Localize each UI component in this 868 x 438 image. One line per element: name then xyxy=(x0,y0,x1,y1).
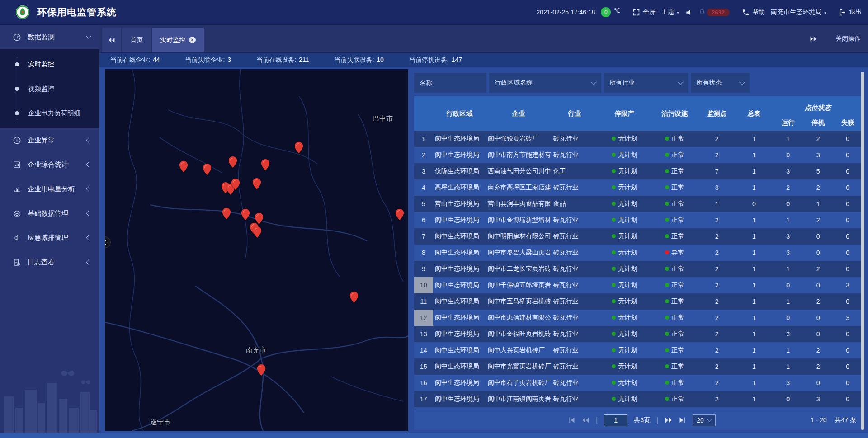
cell-industry: 砖瓦行业 xyxy=(552,310,598,326)
cell-facility-status: 正常 xyxy=(651,131,698,147)
stat-value: 10 xyxy=(377,56,384,64)
next-page-button[interactable] xyxy=(665,417,672,424)
close-operations-button[interactable]: 关闭操作 xyxy=(835,35,861,43)
table-row[interactable]: 7 阆中生态环境局 阆中明阳建材有限公司 砖瓦行业 无计划 正常 2 1 3 0… xyxy=(414,228,863,245)
tab-realtime-monitor[interactable]: 实时监控 × xyxy=(152,28,204,52)
col-region: 行政区域 xyxy=(433,96,486,131)
last-page-button[interactable] xyxy=(679,417,686,424)
cell-company: 阆中强锐页岩砖厂 xyxy=(486,131,552,147)
sidebar-menu: 数据监测 实时监控 视频监控 企业电力负荷明细 企业异常 企业综合统计 企业用电… xyxy=(0,25,99,274)
cell-run: 2 xyxy=(773,179,803,196)
sidebar-group[interactable]: 数据监测 xyxy=(0,25,99,49)
map-pin-icon[interactable] xyxy=(231,178,240,190)
status-dot-icon xyxy=(665,332,669,336)
row-index: 7 xyxy=(414,228,433,245)
speaker-icon xyxy=(685,9,693,16)
status-dot-icon xyxy=(665,348,669,352)
table-row[interactable]: 2 阆中生态环境局 阆中市南方节能建材有 砖瓦行业 无计划 正常 2 1 0 3… xyxy=(414,147,863,163)
tab-close-icon[interactable]: × xyxy=(189,37,196,43)
table-row[interactable]: 17 阆中生态环境局 阆中市江南镇阆南页岩 砖瓦行业 无计划 正常 2 1 0 … xyxy=(414,391,863,407)
table-scrollbar[interactable] xyxy=(861,72,864,430)
map-pin-icon[interactable] xyxy=(203,163,212,175)
sidebar-group[interactable]: 日志查看 xyxy=(0,250,99,274)
mute-button[interactable] xyxy=(685,9,693,16)
cell-region: 营山生态环境局 xyxy=(433,196,486,212)
table-row[interactable]: 6 阆中生态环境局 阆中市金博瑞新型墙材 砖瓦行业 无计划 正常 2 1 1 2… xyxy=(414,212,863,228)
cell-stop: 2 xyxy=(803,358,833,375)
help-button[interactable]: 帮助 xyxy=(742,8,765,16)
logout-button[interactable]: 退出 xyxy=(839,8,862,16)
table-row[interactable]: 13 阆中生态环境局 阆中市金福旺页岩机砖 砖瓦行业 无计划 正常 2 1 3 … xyxy=(414,326,863,342)
tabs-scroll-right-button[interactable] xyxy=(803,36,824,42)
table-row[interactable]: 3 仪陇生态环境局 西南油气田分公司川中 化工 无计划 正常 7 1 3 5 0 xyxy=(414,163,863,179)
cell-run: 1 xyxy=(773,261,803,277)
map-pin-icon[interactable] xyxy=(395,208,404,221)
stat-item: 当前在线设备: 211 xyxy=(256,56,309,64)
name-filter-input[interactable] xyxy=(414,73,486,93)
notifications-button[interactable]: 2632 xyxy=(698,9,730,16)
map-pin-icon[interactable] xyxy=(257,364,266,376)
sidebar-group[interactable]: 基础数据管理 xyxy=(0,201,99,226)
tab-home[interactable]: 首页 xyxy=(122,28,151,52)
sidebar-group[interactable]: 应急减排管理 xyxy=(0,226,99,250)
sidebar-group[interactable]: 企业异常 xyxy=(0,128,99,152)
status-dot-icon xyxy=(665,137,669,141)
cell-run: 1 xyxy=(773,358,803,375)
map-pin-icon[interactable] xyxy=(222,207,231,220)
row-index: 11 xyxy=(414,293,433,310)
double-chevron-left-icon xyxy=(108,37,115,43)
cell-points: 2 xyxy=(698,310,735,326)
fullscreen-button[interactable]: 全屏 xyxy=(632,8,656,16)
row-index: 1 xyxy=(414,131,433,147)
map-pin-icon[interactable] xyxy=(241,208,250,221)
row-index: 14 xyxy=(414,342,433,358)
prev-page-button[interactable] xyxy=(582,417,590,424)
sidebar-item[interactable]: 企业电力负荷明细 xyxy=(0,101,99,125)
region-filter-select[interactable]: 行政区域名称 xyxy=(489,73,601,93)
sidebar-group[interactable]: 企业用电量分析 xyxy=(0,177,99,201)
map-pin-icon[interactable] xyxy=(179,160,188,173)
sidebar-item[interactable]: 视频监控 xyxy=(0,76,99,101)
table-row[interactable]: 12 阆中生态环境局 阆中市忠信建材有限公 砖瓦行业 无计划 正常 2 1 0 … xyxy=(414,310,863,326)
map-pin-icon[interactable] xyxy=(294,141,303,154)
industry-filter-select[interactable]: 所有行业 xyxy=(604,73,688,93)
cell-meters: 1 xyxy=(735,310,773,326)
sidebar-item[interactable]: 实时监控 xyxy=(0,52,99,76)
map-pin-icon[interactable] xyxy=(228,156,237,168)
status-filter-select[interactable]: 所有状态 xyxy=(691,73,750,93)
page-number-input[interactable] xyxy=(604,414,627,426)
status-dot-icon xyxy=(665,218,669,222)
tabs-scroll-left-button[interactable] xyxy=(102,28,121,52)
org-menu[interactable]: 南充市生态环境局▾ xyxy=(771,8,826,16)
cell-meters: 1 xyxy=(735,277,773,293)
table-row[interactable]: 4 高坪生态环境局 南充市高坪区王家店建 砖瓦行业 无计划 正常 3 1 2 2… xyxy=(414,179,863,196)
sidebar-group[interactable]: 企业综合统计 xyxy=(0,152,99,177)
table-row[interactable]: 9 阆中生态环境局 阆中市二龙长宝页岩砖 砖瓦行业 无计划 正常 2 1 1 2… xyxy=(414,261,863,277)
cell-industry: 砖瓦行业 xyxy=(552,261,598,277)
table-row[interactable]: 14 阆中生态环境局 阆中大兴页岩机砖厂 砖瓦行业 无计划 正常 2 1 1 2… xyxy=(414,342,863,358)
cell-stop: 0 xyxy=(803,277,833,293)
status-dot-icon xyxy=(612,332,616,336)
status-dot-icon xyxy=(612,299,616,303)
cell-industry: 砖瓦行业 xyxy=(552,179,598,196)
table-row[interactable]: 11 阆中生态环境局 阆中市五马桥页岩机砖 砖瓦行业 无计划 正常 2 1 1 … xyxy=(414,293,863,310)
table-row[interactable]: 1 阆中生态环境局 阆中强锐页岩砖厂 砖瓦行业 无计划 正常 2 1 1 2 0 xyxy=(414,131,863,147)
cell-lost: 0 xyxy=(833,228,863,245)
theme-button[interactable]: 主题▾ xyxy=(661,8,679,16)
map-canvas[interactable]: 巴中市南充市遂宁市 xyxy=(105,69,408,431)
table-row[interactable]: 16 阆中生态环境局 阆中市石子页岩机砖厂 砖瓦行业 无计划 正常 2 1 3 … xyxy=(414,375,863,391)
first-page-button[interactable] xyxy=(568,417,576,424)
table-row[interactable]: 10 阆中生态环境局 阆中千佛镇五郎垭页岩 砖瓦行业 无计划 正常 2 1 0 … xyxy=(414,277,863,293)
cell-stop: 2 xyxy=(803,212,833,228)
map-pin-icon[interactable] xyxy=(349,291,359,303)
page-size-select[interactable]: 20 xyxy=(693,414,716,426)
table-row[interactable]: 5 营山生态环境局 营山县润丰肉食品有限 食品 无计划 正常 1 0 0 1 0 xyxy=(414,196,863,212)
map-pin-icon[interactable] xyxy=(252,178,261,190)
map-pin-icon[interactable] xyxy=(261,159,270,171)
table-row[interactable]: 8 阆中生态环境局 阆中市枣碧大梁山页岩 砖瓦行业 无计划 异常 2 1 3 0… xyxy=(414,245,863,261)
map-pin-icon[interactable] xyxy=(253,226,262,238)
sidebar-group-label: 企业异常 xyxy=(28,136,87,145)
table-row[interactable]: 15 阆中生态环境局 阆中市光富页岩机砖厂 砖瓦行业 无计划 正常 2 1 1 … xyxy=(414,358,863,375)
content-area: 当前在线企业: 44 当前失联企业: 3 当前在线设备: 211 当前失联设备:… xyxy=(99,53,868,438)
fullscreen-icon xyxy=(632,9,640,16)
